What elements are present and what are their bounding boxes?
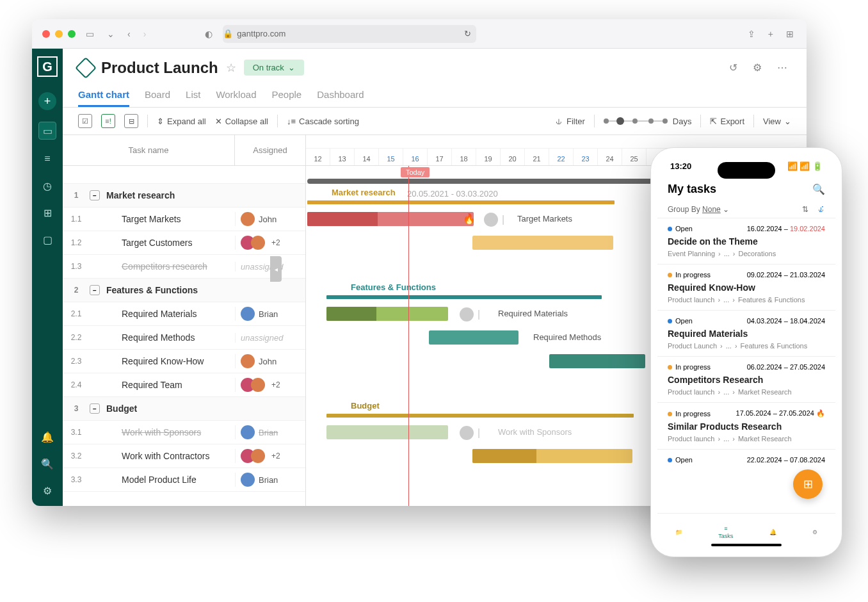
sort-icon[interactable]: ⇅ <box>802 205 808 214</box>
back-button[interactable]: ‹ <box>125 26 133 42</box>
fab-button[interactable]: ⊞ <box>793 469 823 499</box>
tab-people[interactable]: People <box>271 84 301 107</box>
nav-notifications[interactable]: 🔔 <box>769 529 776 535</box>
task-card[interactable]: In progress06.02.2024 – 27.05.2024Compet… <box>657 356 835 402</box>
nav-tasks[interactable]: ≡Tasks <box>718 525 733 539</box>
filter-icon[interactable]: ⫝̸ <box>817 205 825 214</box>
task-row[interactable]: 3.1Work with SponsorsBrian <box>63 421 305 444</box>
task-row[interactable]: 1.3Competitors researchunassigned <box>63 255 305 279</box>
chat-icon[interactable]: ▢ <box>40 232 55 247</box>
history-icon[interactable]: ↺ <box>725 58 741 77</box>
tabs-icon[interactable]: ⊞ <box>784 26 796 42</box>
task-card[interactable]: Open16.02.2024 – 19.02.2024Decide on the… <box>657 218 835 264</box>
collapse-toggle[interactable]: − <box>90 190 100 200</box>
task-row[interactable]: 1.2Target Customers+2 <box>63 231 305 255</box>
zoom-slider[interactable]: Days <box>604 117 692 126</box>
task-card[interactable]: Open04.03.2024 – 18.04.2024Required Mate… <box>657 310 835 356</box>
sidebar-toggle-icon[interactable]: ▭ <box>83 26 97 42</box>
nav-folder[interactable]: 📁 <box>675 529 682 535</box>
bell-icon[interactable]: 🔔 <box>40 429 55 444</box>
mobile-search-icon[interactable]: 🔍 <box>812 183 825 195</box>
task-row[interactable]: 3.2Work with Contractors+2 <box>63 444 305 468</box>
task-row[interactable]: 2.3Required Know-HowJohn <box>63 350 305 373</box>
app-logo[interactable]: G <box>37 56 58 77</box>
more-icon[interactable]: ⋯ <box>773 58 791 77</box>
task-card[interactable]: In progress17.05.2024 – 27.05.2024 🔥Simi… <box>657 402 835 449</box>
columns-header: Task name Assigned <box>63 135 305 166</box>
close-window-button[interactable] <box>42 30 50 38</box>
task-row[interactable]: 2.2Required Methodsunassigned <box>63 326 305 350</box>
tab-board[interactable]: Board <box>145 84 170 107</box>
maximize-window-button[interactable] <box>68 30 76 38</box>
gear-icon[interactable]: ⚙ <box>749 58 766 77</box>
panel-expand-handle[interactable]: ◂ <box>270 256 282 282</box>
refresh-icon[interactable]: ↻ <box>464 29 476 38</box>
notch <box>718 162 775 179</box>
left-rail: G + ▭ ≡ ◷ ⊞ ▢ 🔔 🔍 ⚙ <box>32 49 63 506</box>
task-row[interactable]: 3−Budget <box>63 397 305 421</box>
folder-icon[interactable]: ▭ <box>38 122 56 140</box>
summary-bar[interactable] <box>307 200 615 204</box>
tab-gantt-chart[interactable]: Gantt chart <box>78 84 129 107</box>
minimize-window-button[interactable] <box>55 30 63 38</box>
task-row[interactable]: 2.4Required Team+2 <box>63 373 305 397</box>
tab-workload[interactable]: Workload <box>216 84 256 107</box>
date-cell: 22 <box>549 149 574 165</box>
date-cell: 20 <box>501 149 525 165</box>
share-icon[interactable]: ⇪ <box>745 26 758 42</box>
task-bar[interactable] <box>472 449 632 463</box>
date-cell: 18 <box>452 149 476 165</box>
alert-list-icon[interactable]: ≡! <box>101 114 115 128</box>
mobile-status-icons: 📶 📶 🔋 <box>787 161 823 171</box>
today-badge: Today <box>401 167 430 177</box>
task-card[interactable]: In progress09.02.2024 – 21.03.2024Requir… <box>657 264 835 310</box>
collapse-toggle[interactable]: − <box>90 285 100 295</box>
status-badge[interactable]: On track ⌄ <box>244 60 304 76</box>
settings-icon[interactable]: ⚙ <box>40 483 55 498</box>
dropdown-icon[interactable]: ⌄ <box>104 26 117 42</box>
date-cell: 25 <box>622 149 647 165</box>
group-by-control[interactable]: Group By None ⌄ <box>668 205 729 214</box>
task-row[interactable]: 2.1Required MaterialsBrian <box>63 302 305 326</box>
grid-icon[interactable]: ⊞ <box>40 205 55 220</box>
nav-settings[interactable]: ⚙ <box>812 529 817 535</box>
task-bar[interactable] <box>326 307 448 321</box>
expand-all-button[interactable]: ⇕Expand all <box>157 117 206 126</box>
task-bar[interactable] <box>429 330 518 345</box>
view-button[interactable]: View⌄ <box>763 117 791 126</box>
task-row[interactable]: 1.1Target MarketsJohn <box>63 207 305 231</box>
task-row[interactable]: 3.3Model Product LifeBrian <box>63 468 305 492</box>
star-icon[interactable]: ☆ <box>226 61 236 75</box>
collapse-all-button[interactable]: ✕Collapse all <box>215 117 268 126</box>
task-bar[interactable] <box>307 212 474 226</box>
export-button[interactable]: ⇱Export <box>710 117 744 126</box>
task-bar[interactable] <box>549 354 645 368</box>
column-task-name: Task name <box>63 135 235 165</box>
summary-bar[interactable] <box>326 414 634 418</box>
avatar-icon <box>484 213 498 227</box>
collapse-toggle[interactable]: − <box>90 403 100 414</box>
tab-dashboard[interactable]: Dashboard <box>317 84 364 107</box>
tab-list[interactable]: List <box>186 84 200 107</box>
tabs: Gantt chart Board List Workload People D… <box>63 77 807 108</box>
shield-icon[interactable]: ◐ <box>202 26 215 42</box>
filter-button[interactable]: ⫝Filter <box>555 117 585 126</box>
task-row[interactable]: 2−Features & Functions <box>63 279 305 302</box>
date-cell: 13 <box>330 149 355 165</box>
cascade-sorting-button[interactable]: ↓≡Cascade sorting <box>287 117 359 126</box>
list-icon[interactable]: ≡ <box>40 151 55 167</box>
task-bar[interactable] <box>472 236 613 250</box>
summary-bar[interactable] <box>326 295 602 299</box>
date-cell: 14 <box>355 149 379 165</box>
task-bar[interactable] <box>326 425 448 439</box>
address-bar[interactable]: 🔒 ganttpro.com ↻ <box>223 25 476 43</box>
add-button[interactable]: + <box>38 92 56 110</box>
search-icon[interactable]: 🔍 <box>40 456 55 471</box>
clock-icon[interactable]: ◷ <box>40 178 55 193</box>
task-row[interactable]: 1−Market research <box>63 184 305 207</box>
forward-button[interactable]: › <box>141 26 149 42</box>
home-indicator <box>711 544 782 546</box>
hierarchy-icon[interactable]: ⊟ <box>124 114 138 128</box>
checklist-icon[interactable]: ☑ <box>78 114 92 128</box>
new-tab-button[interactable]: + <box>766 26 776 42</box>
